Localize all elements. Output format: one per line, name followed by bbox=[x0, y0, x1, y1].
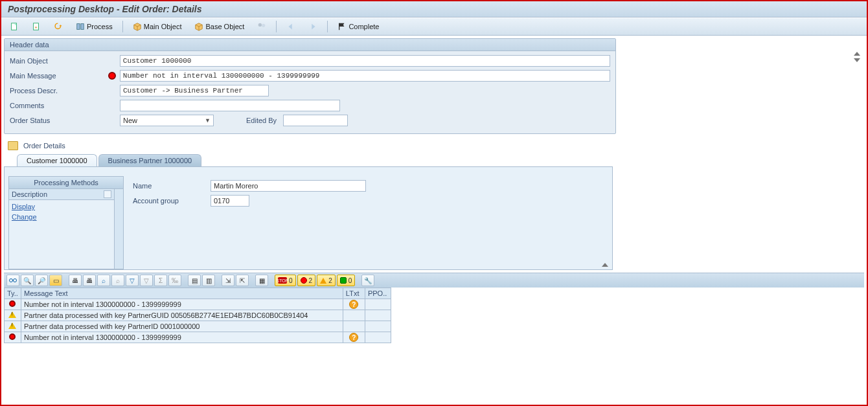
processing-methods-title: Processing Methods bbox=[9, 177, 123, 189]
tab-customer-label: Customer 1000000 bbox=[27, 157, 87, 164]
pm-links: Display Change bbox=[9, 200, 114, 223]
main-object-field[interactable] bbox=[120, 55, 610, 67]
base-object-button[interactable]: Base Object bbox=[190, 20, 249, 33]
pm-column-header: Description bbox=[12, 190, 47, 198]
process-button[interactable]: Process bbox=[71, 20, 117, 33]
message-ppo-cell bbox=[365, 332, 391, 343]
badge-error-count: 2 bbox=[309, 277, 313, 284]
msg-tool-layout2[interactable]: ▥ bbox=[202, 275, 215, 286]
main-object-label: Main Object bbox=[10, 57, 120, 65]
badge-warn[interactable]: 2 bbox=[317, 275, 336, 286]
message-ltxt-cell[interactable]: ? bbox=[343, 332, 365, 343]
name-field[interactable] bbox=[211, 180, 366, 192]
message-text-cell: Number not in interval 1300000000 - 1399… bbox=[21, 299, 343, 310]
toolbar-separator bbox=[276, 21, 277, 32]
account-group-field[interactable] bbox=[211, 195, 249, 207]
msg-tool-print[interactable]: 🖶 bbox=[69, 275, 82, 286]
main-message-field[interactable] bbox=[120, 70, 610, 82]
msg-tool-layout1[interactable]: ▤ bbox=[188, 275, 201, 286]
order-status-value: New bbox=[123, 117, 137, 124]
edited-by-field[interactable] bbox=[283, 115, 348, 126]
col-ltxt[interactable]: LTxt bbox=[343, 288, 365, 299]
column-settings-icon[interactable] bbox=[104, 190, 111, 198]
folder-icon bbox=[8, 141, 18, 150]
badge-stop[interactable]: STOP0 bbox=[275, 275, 296, 286]
warning-icon bbox=[320, 278, 326, 284]
msg-tool-nav[interactable]: ⇲ bbox=[222, 275, 234, 286]
msg-tool-find-next[interactable]: ⌕ bbox=[111, 275, 124, 286]
message-row[interactable]: Partner data processed with key PartnerG… bbox=[5, 310, 391, 321]
error-icon bbox=[9, 333, 16, 340]
toolbar-separator bbox=[122, 21, 123, 32]
msg-tool-nav2[interactable]: ⇱ bbox=[236, 275, 249, 286]
scroll-down-icon[interactable] bbox=[854, 58, 860, 62]
scroll-up-icon[interactable] bbox=[854, 52, 860, 56]
message-type-cell bbox=[5, 321, 21, 332]
message-row[interactable]: Partner data processed with key PartnerI… bbox=[5, 321, 391, 332]
message-ltxt-cell[interactable]: ? bbox=[343, 299, 365, 310]
document-icon bbox=[10, 22, 19, 31]
msg-tool-sum[interactable]: Σ bbox=[154, 275, 167, 286]
main-object-button[interactable]: Main Object bbox=[128, 20, 187, 33]
pm-link-display[interactable]: Display bbox=[12, 201, 111, 212]
order-details-bar: Order Details bbox=[1, 138, 867, 152]
tab-business-partner[interactable]: Business Partner 1000000 bbox=[98, 154, 202, 166]
message-text-cell: Number not in interval 1300000000 - 1399… bbox=[21, 332, 343, 343]
box-icon bbox=[194, 22, 203, 31]
col-ppo[interactable]: PPO.. bbox=[365, 288, 391, 299]
users-button[interactable] bbox=[253, 20, 271, 33]
refresh-button[interactable] bbox=[49, 20, 67, 33]
pm-scrollbar[interactable] bbox=[114, 189, 123, 269]
message-type-cell bbox=[5, 332, 21, 343]
new-doc-button[interactable] bbox=[5, 20, 23, 33]
order-status-select[interactable]: New ▼ bbox=[120, 115, 214, 126]
page-title: Postprocessing Desktop - Edit Order: Det… bbox=[8, 4, 860, 14]
msg-tool-grid[interactable]: ▦ bbox=[255, 275, 268, 286]
error-icon bbox=[108, 72, 116, 80]
nav-back-button[interactable] bbox=[282, 20, 300, 33]
new-doc-plus-button[interactable]: + bbox=[27, 20, 45, 33]
msg-tool-filter[interactable]: ▽ bbox=[126, 275, 139, 286]
msg-tool-wrench[interactable]: 🔧 bbox=[361, 275, 374, 286]
success-icon bbox=[340, 277, 347, 284]
account-group-label: Account group bbox=[133, 197, 211, 205]
scroll-up-icon[interactable] bbox=[602, 263, 608, 267]
base-object-label: Base Object bbox=[205, 23, 244, 30]
msg-tool-export[interactable]: 🖶 bbox=[83, 275, 96, 286]
process-descr-label: Process Descr. bbox=[10, 87, 120, 95]
main-message-label: Main Message bbox=[10, 72, 108, 80]
processing-methods-panel: Processing Methods Description Display C… bbox=[8, 176, 124, 269]
process-descr-field[interactable] bbox=[120, 85, 269, 96]
edited-by-label: Edited By bbox=[246, 117, 277, 124]
msg-tool-subsum[interactable]: ‰ bbox=[168, 275, 181, 286]
message-ltxt-cell[interactable] bbox=[343, 321, 365, 332]
message-type-cell bbox=[5, 310, 21, 321]
message-row[interactable]: Number not in interval 1300000000 - 1399… bbox=[5, 299, 391, 310]
msg-tool-container[interactable]: ▭ bbox=[49, 275, 62, 286]
complete-button[interactable]: Complete bbox=[333, 20, 383, 33]
svg-rect-4 bbox=[81, 24, 84, 30]
header-data-panel: Header data Main Object Main Message Pro… bbox=[4, 38, 616, 134]
folder-button[interactable] bbox=[5, 140, 21, 152]
msg-tool-zoom-out[interactable]: 🔎 bbox=[35, 275, 48, 286]
col-type[interactable]: Ty.. bbox=[5, 288, 21, 299]
chevron-down-icon: ▼ bbox=[205, 117, 211, 124]
msg-tool-zoom-in[interactable]: 🔍 bbox=[21, 275, 34, 286]
nav-fwd-button[interactable] bbox=[304, 20, 322, 33]
messages-table: Ty.. Message Text LTxt PPO.. Number not … bbox=[4, 288, 391, 343]
badge-error[interactable]: 2 bbox=[297, 275, 316, 286]
customer-detail-fields: Name Account group bbox=[124, 167, 366, 269]
message-ltxt-cell[interactable] bbox=[343, 310, 365, 321]
pm-link-change[interactable]: Change bbox=[12, 212, 111, 222]
col-text[interactable]: Message Text bbox=[21, 288, 343, 299]
tab-customer[interactable]: Customer 1000000 bbox=[17, 154, 97, 166]
comments-field[interactable] bbox=[120, 100, 340, 111]
badge-stop-count: 0 bbox=[289, 277, 293, 284]
badge-ok[interactable]: 0 bbox=[337, 275, 356, 286]
message-row[interactable]: Number not in interval 1300000000 - 1399… bbox=[5, 332, 391, 343]
document-plus-icon: + bbox=[32, 22, 41, 31]
msg-tool-filter2[interactable]: ▽ bbox=[140, 275, 153, 286]
msg-tool-find[interactable]: ⌕ bbox=[97, 275, 110, 286]
msg-tool-glasses[interactable] bbox=[6, 275, 19, 286]
warning-icon bbox=[8, 311, 16, 318]
